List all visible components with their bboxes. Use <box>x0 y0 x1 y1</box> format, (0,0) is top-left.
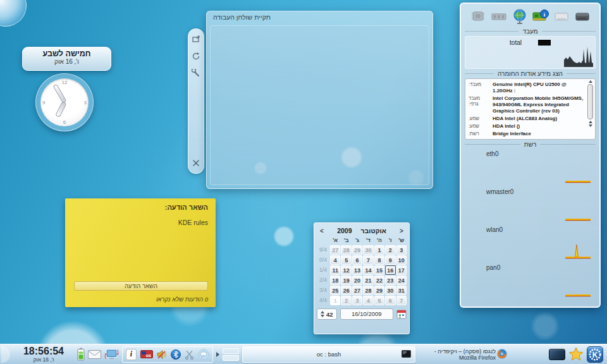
calendar-widget[interactable]: < 2009 אוקטובר > א'ב'ג'ד'ה'ו'ש' 9/427282… <box>314 222 410 334</box>
calendar-day-cell[interactable]: 13 <box>352 265 362 275</box>
calendar-day-cell[interactable]: 2 <box>341 296 351 305</box>
calendar-day-cell[interactable]: 30 <box>385 286 395 295</box>
calendar-prev-button[interactable]: < <box>317 228 327 234</box>
scroll-up-icon[interactable] <box>589 80 592 83</box>
calendar-next-button[interactable]: > <box>396 228 407 234</box>
calendar-day-cell[interactable]: 26 <box>341 286 351 295</box>
tab-hardware-info[interactable]: i <box>531 8 550 25</box>
close-icon[interactable] <box>192 159 200 167</box>
calendar-day-cell[interactable]: 22 <box>374 276 384 285</box>
calendar-day-cell[interactable]: 25 <box>330 286 340 295</box>
widgets-star-icon[interactable] <box>568 347 584 361</box>
calendar-day-cell[interactable]: 6 <box>385 296 395 305</box>
tab-network[interactable] <box>510 8 529 25</box>
display-settings-icon[interactable] <box>104 348 119 360</box>
scroll-up2-icon[interactable] <box>589 121 592 123</box>
calendar-day-cell[interactable]: 7 <box>363 255 373 265</box>
hardware-info-section-title[interactable]: הצג מידע אודות החומרה <box>465 69 596 78</box>
digital-clock[interactable]: 18:56:54 ו', 16 אוק <box>13 346 74 363</box>
tab-disk-activity[interactable] <box>573 8 592 25</box>
keyboard-layout-us-icon[interactable]: us <box>140 350 153 358</box>
plasma-toolbox-cashew-icon[interactable] <box>0 0 27 27</box>
folder-view-contents[interactable] <box>210 25 429 185</box>
leave-message-widget[interactable]: השאר הודעה: KDE rules השאר הודעה 0 הודעו… <box>65 198 216 307</box>
calendar-day-cell[interactable]: 1 <box>374 245 384 255</box>
calendar-day-cell[interactable]: 10 <box>396 255 407 265</box>
calendar-day-cell[interactable]: 3 <box>352 296 362 305</box>
task-button-konsole[interactable]: oc : bash <box>242 346 415 363</box>
calendar-day-cell[interactable]: 23 <box>385 276 395 285</box>
calendar-day-cell[interactable]: 31 <box>396 286 407 295</box>
calendar-day-cell[interactable]: 24 <box>396 276 407 285</box>
scrollbar-thumb[interactable] <box>587 84 593 119</box>
calendar-day-cell[interactable]: 4 <box>363 296 373 305</box>
calendar-day-cell[interactable]: 7 <box>396 296 407 305</box>
applet-handle[interactable] <box>188 28 204 174</box>
week-spinner[interactable]: 42 <box>317 308 337 320</box>
spinner-arrows-icon[interactable] <box>321 311 324 317</box>
fuzzy-clock-widget[interactable]: חמישה לשבע ו', 16 אוק <box>22 47 111 71</box>
calendar-day-cell[interactable]: 21 <box>363 276 373 285</box>
calendar-day-cell[interactable]: 19 <box>341 276 351 285</box>
desktop-1-pager-cell[interactable] <box>223 348 239 354</box>
tray-expand-arrow-icon[interactable] <box>216 352 219 357</box>
calendar-day-cell[interactable]: 14 <box>363 265 373 275</box>
hwinfo-scrollbar[interactable] <box>587 80 594 138</box>
configure-wrench-icon[interactable] <box>192 69 200 78</box>
calendar-day-cell[interactable]: 27 <box>330 245 340 255</box>
calendar-dow-label: ג' <box>352 237 362 245</box>
bluetooth-icon[interactable] <box>171 349 181 360</box>
calendar-day-cell[interactable]: 8 <box>374 255 384 265</box>
calendar-day-cell[interactable]: 16 <box>385 265 395 275</box>
kopete-chat-icon[interactable] <box>198 349 209 360</box>
virtual-desktop-pager[interactable] <box>223 347 239 362</box>
calendar-day-cell[interactable]: 4 <box>330 255 340 265</box>
calendar-day-cell[interactable]: 9 <box>385 255 395 265</box>
calendar-day-cell[interactable]: 30 <box>363 245 373 255</box>
calendar-day-cell[interactable]: 28 <box>341 245 351 255</box>
calendar-day-cell[interactable]: 27 <box>352 286 362 295</box>
analog-clock-widget[interactable]: 12 3 6 9 <box>35 73 94 131</box>
calendar-year[interactable]: 2009 <box>337 227 352 234</box>
klipper-icon[interactable] <box>185 349 194 360</box>
volume-icon[interactable] <box>157 349 167 360</box>
clock-number-12: 12 <box>62 80 68 85</box>
tab-disk-free[interactable] <box>552 8 571 25</box>
show-desktop-button[interactable] <box>549 349 565 360</box>
mail-icon[interactable] <box>88 350 101 359</box>
calendar-day-cell[interactable]: 3 <box>396 245 407 255</box>
date-field[interactable]: 16/10/2009 <box>340 308 393 320</box>
hardware-info-panel: מעבד:Genuine Intel(R) CPU U2500 @ 1.20GH… <box>465 78 596 140</box>
folder-view-widget[interactable]: תקיית שולחן העבודה <box>206 11 433 189</box>
calendar-day-cell[interactable]: 11 <box>330 265 340 275</box>
calendar-day-cell[interactable]: 12 <box>341 265 351 275</box>
go-to-date-icon[interactable] <box>396 309 407 319</box>
leave-message-button[interactable]: השאר הודעה <box>74 281 208 291</box>
panel-toolbox-icon[interactable] <box>1 346 10 363</box>
calendar-day-cell[interactable]: 20 <box>352 276 362 285</box>
calendar-month[interactable]: אוקטובר <box>361 227 386 234</box>
calendar-day-cell[interactable]: 1 <box>330 296 340 305</box>
kde-launcher-button[interactable]: K <box>587 346 603 363</box>
rotate-icon[interactable] <box>192 52 200 61</box>
battery-icon[interactable] <box>77 348 85 361</box>
scroll-down-icon[interactable] <box>589 124 592 127</box>
notifications-info-icon[interactable]: i <box>126 349 137 360</box>
calendar-day-cell[interactable]: 29 <box>374 286 384 295</box>
calendar-day-cell[interactable]: 15 <box>374 265 384 275</box>
resize-icon[interactable] <box>192 35 200 44</box>
calendar-day-cell[interactable]: 6 <box>352 255 362 265</box>
calendar-day-cell[interactable]: 18 <box>330 276 340 285</box>
desktop-2-pager-cell[interactable] <box>223 355 239 361</box>
calendar-day-cell[interactable]: 28 <box>363 286 373 295</box>
task-button-firefox[interactable]: לנגסו (פסקה) – ויקיפדיה - Mozilla Firefo… <box>419 346 508 363</box>
tab-memory[interactable] <box>489 8 508 25</box>
tab-cpu[interactable] <box>469 8 487 25</box>
system-monitor-widget[interactable]: i מעבד total הצג מידע אודות החומרה <box>460 3 601 308</box>
calendar-day-cell[interactable]: 17 <box>396 265 407 275</box>
calendar-day-cell[interactable]: 29 <box>352 245 362 255</box>
hw-row-value: Genuine Intel(R) CPU U2500 @ 1.20GHz : <box>493 82 585 94</box>
calendar-day-cell[interactable]: 5 <box>374 296 384 305</box>
calendar-day-cell[interactable]: 2 <box>385 245 395 255</box>
calendar-day-cell[interactable]: 5 <box>341 255 351 265</box>
